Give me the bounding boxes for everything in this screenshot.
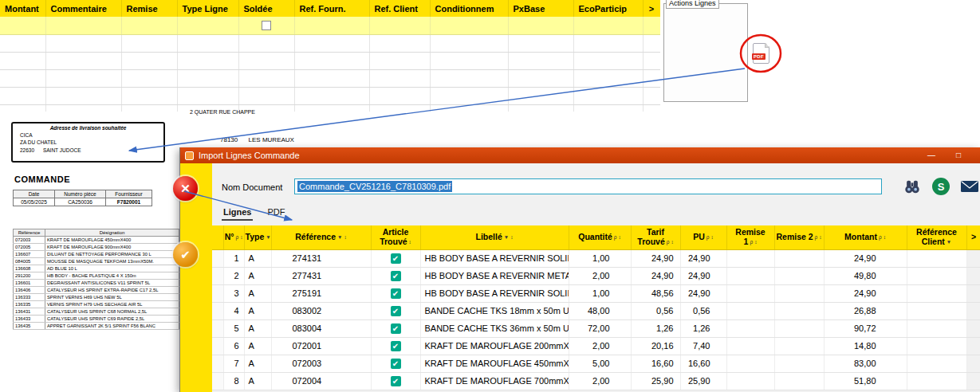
import-line-row[interactable]: 2 A 277431 ✔ HB BODY BASE A REVERNIR MET…	[212, 267, 980, 284]
cell-article-trouve[interactable]: ✔	[371, 337, 420, 355]
grid-scrollbar[interactable]	[966, 302, 980, 319]
cell-reference-client[interactable]	[907, 284, 966, 302]
cell-article-trouve[interactable]: ✔	[371, 249, 420, 267]
filter-icon[interactable]: ▼	[504, 234, 509, 240]
cell-remise2[interactable]	[774, 355, 824, 372]
cell-pu[interactable]: 16,60	[680, 355, 726, 372]
empty-cell[interactable]	[0, 87, 45, 104]
grid-scrollbar[interactable]	[966, 284, 980, 302]
empty-cell[interactable]	[369, 34, 430, 52]
empty-cell[interactable]	[508, 34, 573, 52]
cell-remise1[interactable]	[726, 372, 774, 390]
import-line-row[interactable]: 7 A 072003 ✔ KRAFT DE MAROUFLAGE 450mmX4…	[212, 355, 980, 372]
cell-remise2[interactable]	[774, 372, 824, 390]
cell-type-ligne[interactable]	[177, 17, 238, 34]
cell-article-trouve[interactable]: ✔	[371, 302, 420, 319]
col-header-ref-client[interactable]: Ref. Client	[369, 0, 430, 17]
cell-montant[interactable]	[0, 17, 45, 34]
col-tarif-trouve[interactable]: Tarif Trouvéρ↕	[631, 225, 680, 249]
article-trouve-checkbox[interactable]: ✔	[391, 359, 401, 369]
empty-cell[interactable]	[573, 34, 643, 52]
empty-cell[interactable]	[508, 87, 573, 104]
col-reference[interactable]: Référence▼↕	[271, 225, 371, 249]
grid-scroll-right-button[interactable]: >	[966, 225, 980, 249]
cell-type[interactable]: A	[244, 355, 271, 372]
cell-libelle[interactable]: KRAFT DE MAROUFLAGE 200mmX400	[420, 337, 569, 355]
cell-remise2[interactable]	[774, 267, 824, 284]
cell-article-trouve[interactable]: ✔	[371, 319, 420, 337]
empty-cell[interactable]	[294, 34, 369, 52]
empty-cell[interactable]	[238, 69, 294, 87]
cell-tarif-trouve[interactable]: 20,16	[631, 337, 680, 355]
cell-article-trouve[interactable]: ✔	[371, 267, 420, 284]
article-trouve-checkbox[interactable]: ✔	[391, 341, 401, 351]
cell-n[interactable]: 5	[223, 319, 244, 337]
search-icon[interactable]: ρ	[706, 234, 710, 240]
empty-cell[interactable]	[430, 104, 508, 112]
import-line-row[interactable]: 4 A 083002 ✔ BANDE CACHE TKS 18mm x 50m …	[212, 302, 980, 319]
cell-n[interactable]: 2	[223, 267, 244, 284]
sort-icon[interactable]: ↕	[344, 234, 346, 240]
cell-article-trouve[interactable]: ✔	[371, 284, 420, 302]
cell-type[interactable]: A	[244, 284, 271, 302]
filter-icon[interactable]: ▼	[947, 239, 951, 245]
article-trouve-checkbox[interactable]: ✔	[391, 253, 401, 264]
minimize-button[interactable]: —	[927, 147, 935, 163]
cell-pu[interactable]: 0,56	[680, 302, 726, 319]
filter-icon[interactable]: ▼	[266, 234, 270, 240]
article-trouve-checkbox[interactable]: ✔	[391, 323, 401, 334]
empty-cell[interactable]	[45, 34, 121, 52]
sort-icon[interactable]: ↕	[711, 234, 714, 240]
empty-cell[interactable]	[430, 69, 508, 87]
cell-remise1[interactable]	[726, 284, 774, 302]
cell-pu[interactable]: 24,90	[680, 267, 726, 284]
empty-cell[interactable]	[369, 87, 430, 104]
cell-libelle[interactable]: HB BODY BASE A REVERNIR SOLIDE 413-V	[420, 249, 569, 267]
empty-cell[interactable]	[369, 52, 430, 69]
cell-libelle[interactable]: BANDE CACHE TKS 36mm x 50m Unité = 1	[420, 319, 569, 337]
empty-cell[interactable]	[238, 52, 294, 69]
cell-tarif-trouve[interactable]: 25,90	[631, 372, 680, 390]
cell-montant[interactable]: 24,90	[824, 284, 907, 302]
export-pdf-button[interactable]: PDF	[753, 43, 769, 64]
import-line-row[interactable]: 6 A 072001 ✔ KRAFT DE MAROUFLAGE 200mmX4…	[212, 337, 980, 355]
search-icon[interactable]: ρ	[815, 234, 818, 240]
cell-remise1[interactable]	[726, 337, 774, 355]
article-trouve-checkbox[interactable]: ✔	[391, 271, 401, 281]
col-header-remise[interactable]: Remise	[121, 0, 177, 17]
empty-cell[interactable]	[369, 104, 430, 112]
cell-type[interactable]: A	[244, 372, 271, 390]
empty-cell[interactable]	[45, 69, 121, 87]
cell-article-trouve[interactable]: ✔	[371, 355, 420, 372]
sort-icon[interactable]: ↕	[819, 234, 821, 240]
cell-quantite[interactable]: 2,00	[569, 337, 631, 355]
empty-cell[interactable]	[573, 69, 643, 87]
cell-reference-client[interactable]	[907, 302, 966, 319]
cell-quantite[interactable]: 1,00	[569, 249, 631, 267]
cell-reference-client[interactable]	[907, 355, 966, 372]
empty-cell[interactable]	[573, 52, 643, 69]
cell-remise1[interactable]	[726, 355, 774, 372]
empty-cell[interactable]	[45, 104, 121, 112]
cell-remise1[interactable]	[726, 267, 774, 284]
cell-reference[interactable]: 277431	[271, 267, 371, 284]
empty-cell[interactable]	[0, 52, 45, 69]
cell-remise1[interactable]	[726, 319, 774, 337]
empty-grid-row[interactable]	[0, 87, 660, 104]
empty-cell[interactable]	[508, 69, 573, 87]
cell-n[interactable]: 6	[223, 337, 244, 355]
col-remise1[interactable]: Remise 1ρ↕	[726, 225, 774, 249]
cell-libelle[interactable]: KRAFT DE MAROUFLAGE 450mmX400	[420, 355, 569, 372]
sort-icon[interactable]: ↕	[754, 239, 757, 245]
col-remise2[interactable]: Remise 2ρ↕	[774, 225, 824, 249]
sort-icon[interactable]: ↕	[409, 239, 411, 245]
empty-cell[interactable]	[294, 69, 369, 87]
grid-scrollbar[interactable]	[966, 355, 980, 372]
send-email-button[interactable]	[960, 177, 979, 196]
empty-cell[interactable]	[294, 87, 369, 104]
cell-remise2[interactable]	[774, 319, 824, 337]
empty-cell[interactable]	[177, 34, 238, 52]
search-icon[interactable]: ρ	[879, 234, 882, 240]
dialog-titlebar[interactable]: Import Lignes Commande — □	[180, 147, 980, 163]
cell-remise2[interactable]	[774, 284, 824, 302]
